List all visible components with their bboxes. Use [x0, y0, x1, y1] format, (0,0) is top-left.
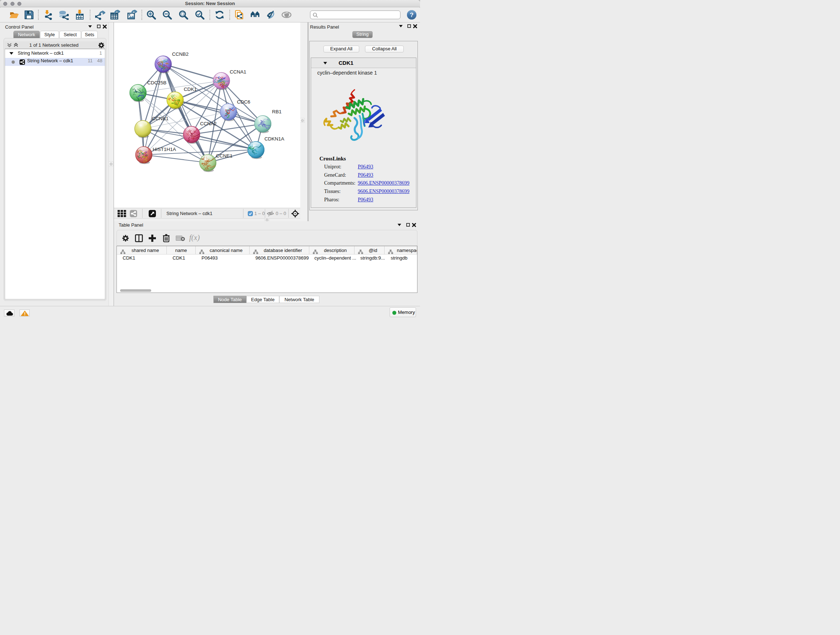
- svg-text:CDK1: CDK1: [184, 87, 197, 92]
- svg-text:CDC25B: CDC25B: [147, 80, 166, 86]
- svg-text:CCNA1: CCNA1: [230, 69, 246, 74]
- svg-text:CDKN1A: CDKN1A: [264, 136, 284, 141]
- svg-text:HIST1H1A: HIST1H1A: [153, 147, 176, 152]
- svg-text:CCNA2: CCNA2: [200, 121, 217, 126]
- svg-text:CCNB2: CCNB2: [172, 51, 189, 57]
- svg-text:?: ?: [410, 11, 414, 19]
- svg-text:CCNE1: CCNE1: [216, 153, 233, 158]
- svg-text:CCNB1: CCNB1: [152, 116, 169, 121]
- svg-text:RB1: RB1: [272, 109, 281, 114]
- svg-text:CDC6: CDC6: [237, 99, 250, 105]
